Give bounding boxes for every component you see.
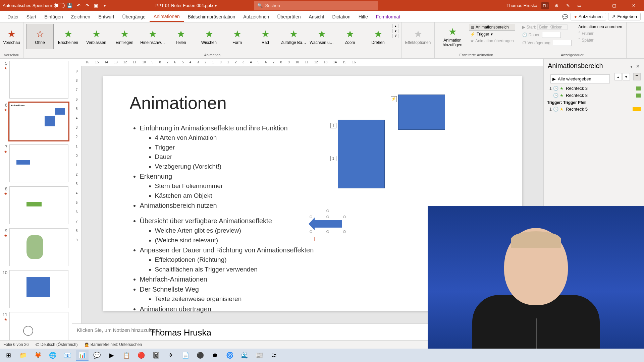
tab-datei[interactable]: Datei [3,12,22,21]
file-name[interactable]: PPT 01 Roter Faden 004.pptx ▾ [155,3,217,8]
more-icon[interactable]: ▾ [101,2,108,9]
taskbar-edge-icon[interactable]: 🌊 [238,350,251,361]
undo-icon[interactable]: ↶ [75,2,82,9]
anim-hineinschweben[interactable]: ★Hineinschw… [139,24,166,49]
shape-rechteck-small[interactable] [398,95,445,130]
tab-dictation[interactable]: Dictation [328,12,354,21]
tab-animationen[interactable]: Animationen [150,12,184,22]
search-box[interactable]: 🔍 [254,1,378,10]
taskbar-app8-icon[interactable]: 🗂 [268,350,280,361]
taskbar-app5-icon[interactable]: ⏺ [209,350,221,361]
tab-hilfe[interactable]: Hilfe [355,12,372,21]
draw-icon[interactable]: ✎ [564,2,572,9]
thumb-10[interactable] [9,270,68,308]
add-animation-button[interactable]: ★Animation hinzufügen [437,24,468,49]
anim-verblassen[interactable]: ★Verblassen [83,24,110,49]
slide-thumbnails[interactable]: 5★ 6★Animationen 7★ 8★ 9★ 10 11★ [0,59,72,340]
tab-formformat[interactable]: Formformat [372,12,404,21]
gallery-down-icon[interactable]: ▾ [392,29,398,33]
gallery-more-icon[interactable]: ⊻ [392,34,398,38]
anim-zoom[interactable]: ★Zoom [336,24,364,49]
comments-icon[interactable]: 💬 [561,13,569,20]
taskbar-app7-icon[interactable]: 📰 [253,350,266,361]
taskbar-app2-icon[interactable]: 📋 [120,350,133,361]
taskbar-onenote-icon[interactable]: 📓 [150,350,162,361]
anim-wachsen[interactable]: ★Wachsen u… [308,24,335,49]
anim-item-trigger-1[interactable]: 1🕒★ Rechteck 5 [544,106,644,113]
record-button[interactable]: Aufzeichnen [571,13,606,20]
move-down-icon[interactable]: ▾ [623,73,630,80]
shape-trigger-arrow[interactable] [311,217,344,232]
language-status[interactable]: 🏷 Deutsch (Österreich) [35,342,77,347]
view-toggle-icon[interactable]: ☰ [633,73,641,80]
tab-aufzeichnen[interactable]: Aufzeichnen [239,12,273,21]
maximize-button[interactable]: ▢ [606,0,622,11]
taskbar-vlc-icon[interactable]: ▶ [105,350,118,361]
anim-item-1[interactable]: 1🕒★ Rechteck 3 [544,85,644,92]
share-button[interactable]: ↗ Freigeben [608,13,641,20]
anim-item-2[interactable]: 🕒★ Rechteck 8 [544,92,644,99]
animation-pane-button[interactable]: ▤ Animationsbereich [469,24,515,31]
pane-close-icon[interactable]: ✕ [636,64,640,69]
minimize-button[interactable]: — [587,0,602,11]
anim-tag-2[interactable]: 1 [330,156,336,161]
user-avatar[interactable]: TH [541,2,549,9]
close-button[interactable]: ✕ [626,0,641,11]
anim-rad[interactable]: ★Rad [252,24,279,49]
anim-einfliegen[interactable]: ★Einfliegen [111,24,138,49]
thumb-5[interactable] [9,61,68,99]
taskbar-firefox-icon[interactable]: 🦊 [32,350,44,361]
tab-uebergaenge[interactable]: Übergänge [118,12,150,21]
present-icon[interactable]: ▣ [92,2,100,9]
taskbar-explorer-icon[interactable]: 📁 [17,350,30,361]
window-icon[interactable]: ▭ [576,2,583,9]
taskbar-powerpoint-icon[interactable]: 📊 [76,350,89,361]
anim-ohne[interactable]: ☆Ohne [26,24,54,49]
toggle-switch[interactable] [54,3,65,8]
taskbar-app6-icon[interactable]: 🌀 [223,350,236,361]
thumb-9[interactable] [9,228,68,266]
anim-teilen[interactable]: ★Teilen [167,24,195,49]
taskbar-obs-icon[interactable]: ⚫ [194,350,207,361]
start-button[interactable]: ⊞ [2,350,15,361]
sync-icon[interactable]: ⊕ [553,2,560,9]
anim-wischen[interactable]: ★Wischen [195,24,223,49]
slide-counter[interactable]: Folie 6 von 26 [3,342,29,347]
tab-zeichnen[interactable]: Zeichnen [67,12,95,21]
user-name[interactable]: Thomas Hruska [506,3,537,8]
shape-rechteck-large[interactable] [338,120,385,188]
taskbar-outlook-icon[interactable]: 📧 [61,350,74,361]
trigger-tag-icon[interactable]: ⚡ [391,96,397,102]
anim-drehen[interactable]: ★Drehen [364,24,392,49]
gallery-up-icon[interactable]: ▴ [392,24,398,28]
thumb-6[interactable]: Animationen [9,103,68,140]
anim-form[interactable]: ★Form [223,24,251,49]
taskbar-app-icon[interactable]: 💬 [91,350,103,361]
taskbar-app4-icon[interactable]: 📄 [179,350,192,361]
anim-zufaellige[interactable]: ★Zufällige Ba… [280,24,307,49]
preview-button[interactable]: ★Vorschau [3,24,20,49]
thumb-11[interactable] [9,312,68,340]
pane-dropdown-icon[interactable]: ▾ [630,64,633,69]
trigger-button[interactable]: ⚡ Trigger ▾ [469,31,515,37]
play-all-button[interactable]: ▶ Alle wiedergeben [550,74,610,83]
tab-bildschirm[interactable]: Bildschirmpräsentation [184,12,239,21]
tab-ueberpruefen[interactable]: Überprüfen [273,12,305,21]
search-input[interactable] [265,3,375,8]
anim-tag-1[interactable]: 1 [330,123,336,128]
slide-content[interactable]: Einführung in Animationseffekte und ihre… [140,123,495,210]
move-up-icon[interactable]: ▴ [614,73,622,80]
tab-einfuegen[interactable]: Einfügen [40,12,67,21]
thumb-7[interactable] [9,144,68,182]
tab-entwurf[interactable]: Entwurf [94,12,118,21]
tab-ansicht[interactable]: Ansicht [305,12,328,21]
save-icon[interactable]: 💾 [66,2,73,9]
taskbar-app3-icon[interactable]: 🔴 [135,350,148,361]
taskbar-chrome-icon[interactable]: 🌐 [46,350,59,361]
tab-start[interactable]: Start [22,12,41,21]
anim-erscheinen[interactable]: ★Erscheinen [54,24,82,49]
taskbar-telegram-icon[interactable]: ✈ [164,350,177,361]
autosave-toggle[interactable]: Automatisches Speichern [3,3,65,8]
thumb-8[interactable] [9,186,68,224]
accessibility-status[interactable]: 🙍 Barrierefreiheit: Untersuchen [84,342,142,347]
